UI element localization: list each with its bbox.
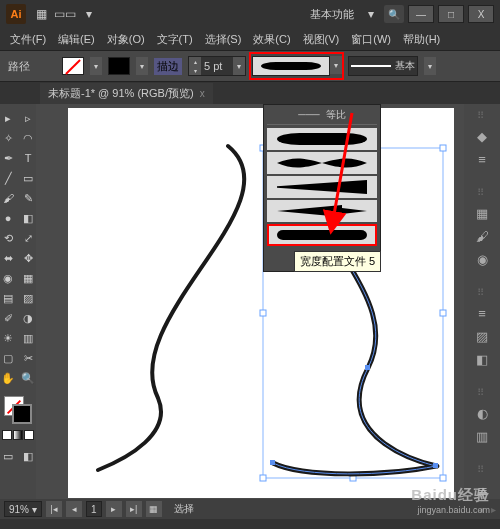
tool-blend[interactable]: ◑	[19, 309, 37, 327]
menu-file[interactable]: 文件(F)	[4, 32, 52, 47]
stroke-link[interactable]: 描边	[154, 58, 182, 75]
profile-item-5[interactable]	[267, 224, 377, 246]
brush-selector[interactable]: 基本	[348, 56, 418, 76]
tool-pen[interactable]: ✒	[0, 149, 17, 167]
brushes-panel-icon[interactable]: 🖌	[472, 229, 492, 244]
tool-gradient[interactable]: ▨	[19, 289, 37, 307]
draw-mode-button[interactable]: ◧	[19, 447, 37, 465]
svg-rect-3	[440, 145, 446, 151]
zoom-field[interactable]: 91%▾	[4, 501, 42, 517]
screen-mode-button[interactable]: ▭	[0, 447, 17, 465]
tool-hand[interactable]: ✋	[0, 369, 17, 387]
tool-lasso[interactable]: ◠	[19, 129, 37, 147]
brush-dropdown-icon[interactable]: ▾	[424, 57, 436, 75]
close-button[interactable]: X	[468, 5, 494, 23]
gradient-mode-button[interactable]	[13, 430, 23, 440]
profile-item-1[interactable]	[267, 128, 377, 150]
workspace-label[interactable]: 基本功能	[310, 7, 354, 22]
tool-zoom[interactable]: 🔍	[19, 369, 37, 387]
panel-grip-icon[interactable]: ⠿	[477, 187, 487, 198]
tool-scale[interactable]: ⤢	[19, 229, 37, 247]
document-tab-close-icon[interactable]: x	[200, 88, 205, 99]
tool-artboard[interactable]: ▢	[0, 349, 17, 367]
tool-direct-selection[interactable]: ▹	[19, 109, 37, 127]
tool-rotate[interactable]: ⟲	[0, 229, 17, 247]
width-profile-selector[interactable]	[252, 56, 330, 76]
none-mode-button[interactable]	[24, 430, 34, 440]
swatches-panel-icon[interactable]: ▦	[472, 206, 492, 221]
symbols-panel-icon[interactable]: ◉	[472, 252, 492, 267]
color-guide-panel-icon[interactable]: ≡	[472, 152, 492, 167]
search-field[interactable]: 🔍	[384, 5, 404, 23]
menu-help[interactable]: 帮助(H)	[397, 32, 446, 47]
tool-slice[interactable]: ✂	[19, 349, 37, 367]
arrange-icon[interactable]: ▭▭	[56, 5, 74, 23]
fill-swatch[interactable]	[62, 57, 84, 75]
scroll-right-icon[interactable]: ▸	[491, 504, 496, 515]
status-mode-label: 选择	[174, 502, 194, 516]
profile-item-3[interactable]	[267, 176, 377, 198]
tool-mesh[interactable]: ▤	[0, 289, 17, 307]
tool-magic-wand[interactable]: ✧	[0, 129, 17, 147]
stroke-dropdown-icon[interactable]: ▾	[136, 57, 148, 75]
tool-line[interactable]: ╱	[0, 169, 17, 187]
tool-type[interactable]: T	[19, 149, 37, 167]
tool-free-transform[interactable]: ✥	[19, 249, 37, 267]
color-mode-button[interactable]	[2, 430, 12, 440]
stroke-swatch[interactable]	[108, 57, 130, 75]
profile-item-4[interactable]	[267, 200, 377, 222]
tool-selection[interactable]: ▸	[0, 109, 17, 127]
canvas-area[interactable]: ───等比 ▦ 🗑 宽度配置文件 5	[36, 104, 464, 509]
workspace-dropdown-icon[interactable]: ▾	[362, 5, 380, 23]
next-page-button[interactable]: ▸	[106, 501, 122, 517]
tool-eraser[interactable]: ◧	[19, 209, 37, 227]
tool-perspective[interactable]: ▦	[19, 269, 37, 287]
artboard[interactable]	[68, 108, 454, 498]
stroke-weight-input[interactable]	[201, 57, 233, 75]
minimize-button[interactable]: —	[408, 5, 434, 23]
panel-grip-icon[interactable]: ⠿	[477, 287, 487, 298]
prev-page-button[interactable]: ◂	[66, 501, 82, 517]
graphic-styles-panel-icon[interactable]: ▥	[472, 429, 492, 444]
transparency-panel-icon[interactable]: ◧	[472, 352, 492, 367]
menu-window[interactable]: 窗口(W)	[345, 32, 397, 47]
stroke-weight-field[interactable]: ▴▾ ▾	[188, 56, 246, 76]
last-page-button[interactable]: ▸|	[126, 501, 142, 517]
width-profile-dropdown-icon[interactable]: ▾	[330, 56, 342, 74]
title-bar: Ai ▦ ▭▭ ▾ 基本功能 ▾ 🔍 — □ X	[0, 0, 500, 28]
dropdown-icon[interactable]: ▾	[80, 5, 98, 23]
svg-rect-6	[260, 475, 266, 481]
fill-stroke-swatch[interactable]	[4, 396, 32, 424]
tool-pencil[interactable]: ✎	[19, 189, 37, 207]
menu-effect[interactable]: 效果(C)	[247, 32, 296, 47]
tool-width[interactable]: ⬌	[0, 249, 17, 267]
menu-type[interactable]: 文字(T)	[151, 32, 199, 47]
first-page-button[interactable]: |◂	[46, 501, 62, 517]
page-field[interactable]: 1	[86, 501, 102, 517]
profile-item-2[interactable]	[267, 152, 377, 174]
color-panel-icon[interactable]: ◆	[472, 129, 492, 144]
tool-rectangle[interactable]: ▭	[19, 169, 37, 187]
tool-eyedropper[interactable]: ✐	[0, 309, 17, 327]
artboard-nav-button[interactable]: ▦	[146, 501, 162, 517]
panel-grip-icon[interactable]: ⠿	[477, 110, 487, 121]
tool-symbol-sprayer[interactable]: ☀	[0, 329, 17, 347]
panel-grip-icon[interactable]: ⠿	[477, 387, 487, 398]
menu-view[interactable]: 视图(V)	[297, 32, 346, 47]
panel-grip-icon[interactable]: ⠿	[477, 464, 487, 475]
gradient-panel-icon[interactable]: ▨	[472, 329, 492, 344]
document-tab[interactable]: 未标题-1* @ 91% (RGB/预览) x	[40, 83, 213, 104]
tool-blob-brush[interactable]: ●	[0, 209, 17, 227]
appearance-panel-icon[interactable]: ◐	[472, 406, 492, 421]
tool-paintbrush[interactable]: 🖌	[0, 189, 17, 207]
tool-shape-builder[interactable]: ◉	[0, 269, 17, 287]
stroke-panel-icon[interactable]: ≡	[472, 306, 492, 321]
menu-edit[interactable]: 编辑(E)	[52, 32, 101, 47]
bridge-icon[interactable]: ▦	[32, 5, 50, 23]
menu-select[interactable]: 选择(S)	[199, 32, 248, 47]
watermark: Baidu经验 jingyan.baidu.com	[411, 486, 490, 515]
restore-button[interactable]: □	[438, 5, 464, 23]
tool-column-graph[interactable]: ▥	[19, 329, 37, 347]
menu-object[interactable]: 对象(O)	[101, 32, 151, 47]
fill-dropdown-icon[interactable]: ▾	[90, 57, 102, 75]
